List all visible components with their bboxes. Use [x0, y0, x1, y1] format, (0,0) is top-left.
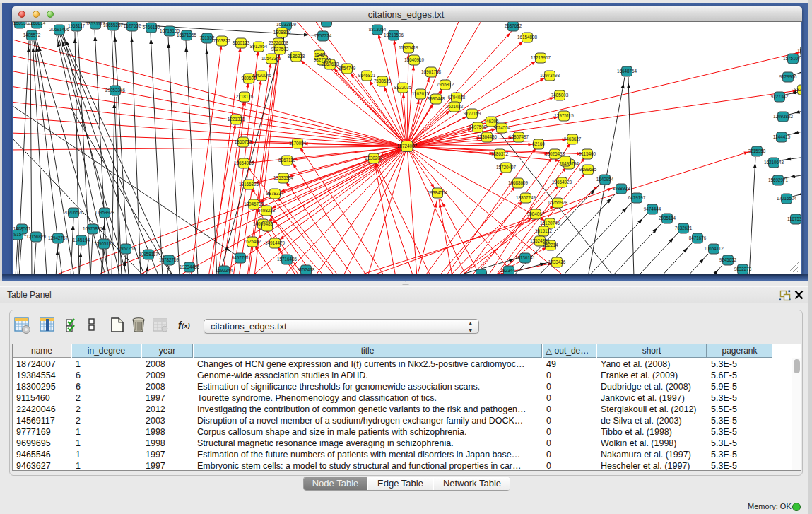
- svg-text:1468501: 1468501: [13, 226, 31, 231]
- svg-text:10973493: 10973493: [540, 73, 560, 78]
- svg-text:12942757: 12942757: [48, 235, 69, 240]
- svg-text:9699695: 9699695: [579, 167, 597, 172]
- svg-text:9832273: 9832273: [734, 267, 752, 271]
- svg-text:9084067: 9084067: [527, 211, 545, 216]
- svg-text:20206576: 20206576: [64, 210, 84, 215]
- svg-text:17359928: 17359928: [95, 210, 115, 215]
- svg-text:7485003: 7485003: [551, 93, 569, 98]
- svg-text:989603: 989603: [241, 76, 257, 81]
- svg-text:10756928: 10756928: [548, 200, 568, 205]
- svg-text:6466160: 6466160: [143, 25, 160, 30]
- svg-text:1244415: 1244415: [773, 134, 791, 139]
- svg-text:2687682: 2687682: [505, 23, 522, 28]
- svg-text:12093822: 12093822: [773, 114, 794, 119]
- svg-text:16782759: 16782759: [159, 257, 180, 262]
- svg-text:16961758: 16961758: [421, 69, 442, 74]
- svg-text:8454749: 8454749: [339, 66, 356, 71]
- svg-text:15716485: 15716485: [277, 257, 298, 262]
- svg-text:23364436: 23364436: [477, 134, 498, 139]
- svg-text:10655267: 10655267: [103, 23, 124, 28]
- svg-text:746206: 746206: [483, 119, 499, 124]
- svg-text:1621022: 1621022: [446, 104, 464, 109]
- svg-text:7357224: 7357224: [314, 33, 332, 38]
- svg-text:9129966: 9129966: [779, 74, 797, 79]
- svg-text:13535394: 13535394: [273, 175, 294, 180]
- svg-text:8912954: 8912954: [250, 44, 268, 49]
- svg-text:7625402: 7625402: [244, 239, 261, 244]
- svg-text:62160: 62160: [532, 141, 545, 146]
- svg-text:8322035: 8322035: [794, 87, 801, 92]
- svg-text:10025433: 10025433: [545, 151, 565, 156]
- svg-text:8990448: 8990448: [428, 96, 445, 101]
- svg-text:1733426: 1733426: [548, 259, 566, 264]
- svg-text:14914479: 14914479: [265, 240, 286, 245]
- svg-text:16033809: 16033809: [276, 22, 297, 27]
- svg-text:1615112: 1615112: [535, 228, 553, 233]
- svg-text:6497508: 6497508: [469, 124, 487, 129]
- svg-text:9777169: 9777169: [464, 111, 481, 116]
- svg-text:19654923: 19654923: [552, 180, 572, 185]
- svg-text:3498222: 3498222: [258, 208, 276, 213]
- svg-text:15720407: 15720407: [496, 165, 517, 170]
- svg-text:11325419: 11325419: [399, 45, 418, 50]
- svg-text:10958117: 10958117: [139, 252, 158, 257]
- svg-text:7632621: 7632621: [675, 226, 693, 230]
- svg-text:8322035: 8322035: [394, 85, 412, 90]
- svg-text:8938923: 8938923: [613, 186, 630, 191]
- svg-text:18724007: 18724007: [397, 144, 418, 148]
- svg-text:19218506: 19218506: [384, 33, 404, 37]
- svg-text:18531117: 18531117: [86, 22, 105, 26]
- svg-text:10975857: 10975857: [83, 226, 103, 231]
- svg-text:10654112: 10654112: [704, 246, 724, 251]
- svg-text:14099489: 14099489: [253, 221, 273, 226]
- svg-text:1162615: 1162615: [412, 91, 430, 96]
- svg-text:1808810: 1808810: [273, 30, 291, 35]
- svg-text:2935114: 2935114: [659, 216, 676, 221]
- svg-text:12213967: 12213967: [531, 55, 551, 60]
- svg-text:1391541: 1391541: [13, 232, 27, 237]
- svg-text:1527602: 1527602: [124, 23, 141, 28]
- svg-text:8660123: 8660123: [233, 40, 250, 45]
- svg-text:9463627: 9463627: [564, 136, 582, 141]
- svg-text:2330202: 2330202: [365, 156, 383, 160]
- svg-text:1405572: 1405572: [23, 33, 41, 37]
- svg-text:12156829: 12156829: [26, 234, 47, 239]
- svg-text:9115460: 9115460: [579, 151, 596, 156]
- svg-text:1558930: 1558930: [13, 22, 29, 25]
- svg-text:9245652: 9245652: [719, 257, 737, 262]
- svg-text:1546: 1546: [314, 52, 325, 57]
- svg-text:19654985: 19654985: [234, 160, 254, 165]
- svg-text:9146821: 9146821: [358, 73, 376, 78]
- svg-text:29053346: 29053346: [105, 88, 126, 93]
- svg-text:16154808: 16154808: [517, 35, 538, 40]
- svg-text:2268814: 2268814: [28, 22, 46, 25]
- svg-text:1132547: 1132547: [797, 48, 801, 53]
- svg-text:19166825: 19166825: [239, 182, 259, 187]
- svg-text:16648764: 16648764: [617, 69, 637, 74]
- svg-text:8267110: 8267110: [278, 158, 296, 163]
- svg-text:9457791: 9457791: [232, 255, 249, 260]
- svg-text:1592344: 1592344: [216, 268, 233, 273]
- svg-text:1170084: 1170084: [289, 141, 307, 146]
- svg-text:9474444: 9474444: [644, 206, 661, 211]
- svg-text:10688609: 10688609: [508, 180, 529, 185]
- svg-text:23226058: 23226058: [269, 40, 289, 45]
- svg-text:3215958: 3215958: [748, 148, 766, 153]
- svg-text:7588520: 7588520: [374, 78, 392, 83]
- svg-text:6794028: 6794028: [448, 95, 466, 100]
- svg-text:15751074: 15751074: [783, 56, 801, 61]
- svg-text:10046788: 10046788: [244, 201, 264, 206]
- svg-text:2367608: 2367608: [322, 62, 339, 66]
- svg-text:(x): (x): [182, 322, 190, 329]
- svg-text:9227342: 9227342: [771, 94, 789, 99]
- svg-text:1145194: 1145194: [73, 238, 90, 243]
- svg-text:16120746: 16120746: [540, 221, 560, 226]
- svg-text:28495794: 28495794: [559, 161, 579, 166]
- svg-text:1640954: 1640954: [596, 177, 614, 182]
- svg-text:18640910: 18640910: [404, 57, 425, 62]
- svg-text:16671355: 16671355: [177, 33, 197, 37]
- svg-text:8878334: 8878334: [266, 191, 284, 196]
- svg-text:19234466: 19234466: [180, 264, 200, 269]
- svg-text:8186328: 8186328: [288, 54, 305, 59]
- svg-text:252214: 252214: [543, 243, 558, 247]
